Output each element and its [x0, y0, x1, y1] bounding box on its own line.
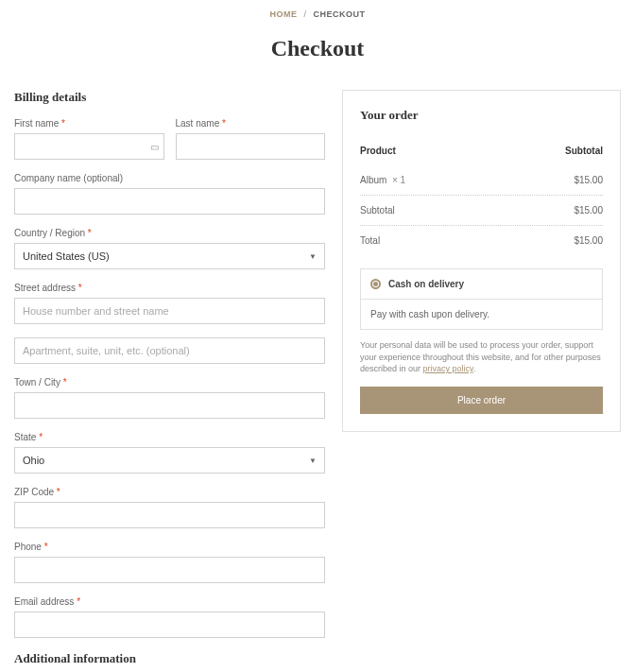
- chevron-down-icon: ▼: [309, 457, 317, 465]
- billing-heading: Billing details: [14, 90, 325, 105]
- subtotal-value: $15.00: [574, 205, 603, 215]
- zip-input[interactable]: [14, 502, 325, 528]
- item-price: $15.00: [574, 175, 603, 185]
- payment-description: Pay with cash upon delivery.: [361, 299, 602, 329]
- item-name: Album: [360, 175, 386, 185]
- radio-icon: [370, 279, 381, 289]
- street-input-2[interactable]: [14, 337, 325, 364]
- country-value: United States (US): [23, 250, 110, 262]
- page-title: Checkout: [14, 36, 621, 61]
- street-input-1[interactable]: [14, 298, 325, 324]
- city-label: Town / City *: [14, 377, 325, 388]
- last-name-label: Last name *: [176, 118, 326, 129]
- breadcrumb-current: CHECKOUT: [314, 9, 366, 19]
- email-label: Email address *: [14, 596, 325, 607]
- chevron-down-icon: ▼: [309, 252, 317, 261]
- place-order-button[interactable]: Place order: [360, 387, 603, 414]
- phone-input[interactable]: [14, 557, 325, 583]
- zip-label: ZIP Code *: [14, 487, 325, 497]
- breadcrumb: HOME / CHECKOUT: [14, 0, 621, 28]
- additional-heading: Additional information: [14, 651, 325, 666]
- privacy-policy-link[interactable]: privacy policy: [423, 364, 473, 373]
- privacy-text: Your personal data will be used to proce…: [360, 339, 603, 375]
- subtotal-label: Subtotal: [360, 205, 395, 215]
- total-value: $15.00: [574, 235, 603, 246]
- product-header: Product: [360, 146, 396, 156]
- state-label: State *: [14, 432, 325, 442]
- subtotal-header: Subtotal: [565, 146, 603, 156]
- state-value: Ohio: [23, 455, 44, 466]
- state-select[interactable]: Ohio ▼: [14, 447, 325, 474]
- breadcrumb-home[interactable]: HOME: [269, 9, 297, 19]
- company-input[interactable]: [14, 188, 325, 215]
- item-qty: × 1: [392, 175, 405, 185]
- payment-method-label: Cash on delivery: [388, 279, 464, 289]
- first-name-label: First name *: [14, 118, 164, 129]
- contact-card-icon: ▭: [150, 142, 159, 152]
- street-label: Street address *: [14, 283, 325, 293]
- order-item-row: Album × 1 $15.00: [360, 165, 603, 196]
- payment-box: Cash on delivery Pay with cash upon deli…: [360, 268, 603, 330]
- order-heading: Your order: [360, 108, 603, 123]
- country-select[interactable]: United States (US) ▼: [14, 243, 325, 269]
- total-label: Total: [360, 235, 380, 246]
- company-label: Company name (optional): [14, 173, 325, 183]
- order-total-row: Total $15.00: [360, 226, 603, 255]
- breadcrumb-sep: /: [303, 9, 306, 19]
- first-name-input[interactable]: [14, 133, 164, 160]
- payment-method-option[interactable]: Cash on delivery: [361, 269, 602, 299]
- country-label: Country / Region *: [14, 228, 325, 238]
- city-input[interactable]: [14, 392, 325, 419]
- order-header-row: Product Subtotal: [360, 136, 603, 165]
- phone-label: Phone *: [14, 542, 325, 552]
- email-input[interactable]: [14, 612, 325, 638]
- last-name-input[interactable]: [176, 133, 326, 160]
- order-subtotal-row: Subtotal $15.00: [360, 196, 603, 226]
